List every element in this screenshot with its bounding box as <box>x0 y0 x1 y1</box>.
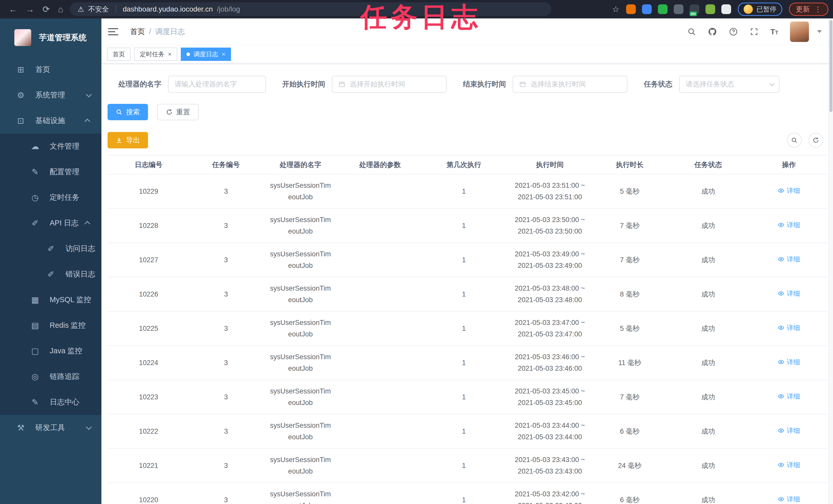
job-status-select[interactable]: 请选择任务状态 <box>679 76 780 93</box>
handler-param-cell <box>338 243 421 277</box>
handler-param-cell <box>338 449 421 483</box>
text-size-icon[interactable]: TT <box>770 27 778 36</box>
profile-paused-pill[interactable]: 已暂停 <box>738 3 782 16</box>
extension-leaf-icon[interactable] <box>706 4 715 14</box>
log-id-cell: 10227 <box>108 243 190 277</box>
handler-name: sysUserSessionTimeoutJob <box>268 351 333 374</box>
handler-name-input[interactable]: 请输入处理器的名字 <box>168 76 266 93</box>
toggle-search-button[interactable] <box>787 133 802 148</box>
sidebar-item-file-management[interactable]: ☁文件管理 <box>0 133 101 159</box>
job-id-cell: 3 <box>190 243 262 277</box>
detail-link[interactable]: 详细 <box>778 288 800 299</box>
help-icon[interactable] <box>729 27 738 36</box>
export-button[interactable]: 导出 <box>108 132 148 148</box>
vertical-scrollbar[interactable] <box>828 19 833 504</box>
user-avatar[interactable] <box>790 22 809 42</box>
log-edit-icon: ✐ <box>46 244 56 254</box>
home-icon[interactable]: ⌂ <box>58 4 64 14</box>
java-screen-icon: ▢ <box>30 346 41 356</box>
github-icon[interactable] <box>708 27 717 36</box>
detail-link[interactable]: 详细 <box>778 185 800 196</box>
tag-home[interactable]: 首页 <box>107 48 130 61</box>
bookmark-star-icon[interactable]: ☆ <box>612 4 619 14</box>
extension-puzzle-icon[interactable] <box>721 4 731 14</box>
job-id-cell: 3 <box>190 174 262 208</box>
tag-job-log[interactable]: 调度日志× <box>181 48 231 61</box>
extension-orange-ring-icon[interactable] <box>626 4 636 14</box>
reset-button[interactable]: 重置 <box>157 104 199 120</box>
sidebar-item-api-log[interactable]: ✐API 日志 <box>0 210 101 236</box>
tag-scheduled-tasks[interactable]: 定时任务× <box>134 48 177 61</box>
operation-cell: 详细 <box>750 311 827 346</box>
detail-link[interactable]: 详细 <box>778 220 800 230</box>
detail-link[interactable]: 详细 <box>778 494 800 504</box>
scrollbar-thumb[interactable] <box>829 20 832 112</box>
refresh-table-button[interactable] <box>808 133 823 148</box>
execute-index-cell: 1 <box>422 380 506 414</box>
sidebar-item-label: 文件管理 <box>50 141 79 151</box>
back-icon[interactable]: ← <box>9 4 18 14</box>
detail-link[interactable]: 详细 <box>778 254 800 265</box>
duration-cell: 6 毫秒 <box>593 414 666 449</box>
log-id-cell: 10224 <box>108 346 190 380</box>
detail-link[interactable]: 详细 <box>778 425 800 436</box>
detail-link[interactable]: 详细 <box>778 391 800 402</box>
sidebar-item-dev-tools[interactable]: ⚒研发工具 <box>0 415 101 440</box>
sidebar-item-infrastructure[interactable]: ⊡基础设施 <box>0 108 101 133</box>
sidebar-item-error-log[interactable]: ✐错误日志 <box>0 261 101 287</box>
sidebar-item-label: 访问日志 <box>66 244 95 254</box>
column-header: 处理器的名字 <box>262 155 338 174</box>
log-id-cell: 10222 <box>108 414 190 449</box>
extension-green-check-icon[interactable] <box>658 4 668 14</box>
sidebar-item-trace[interactable]: ◎链路追踪 <box>0 364 101 389</box>
filter-group-job-status: 任务状态请选择任务状态 <box>644 76 780 93</box>
chevron-down-icon <box>769 81 775 86</box>
fullscreen-icon[interactable] <box>750 27 759 36</box>
filter-form: 处理器的名字请输入处理器的名字开始执行时间选择开始执行时间结束执行时间选择结束执… <box>118 76 827 93</box>
sidebar-item-config-management[interactable]: ✎配置管理 <box>0 159 101 185</box>
close-icon[interactable]: × <box>168 51 171 58</box>
sidebar-item-mysql-monitor[interactable]: ▦MySQL 监控 <box>0 287 101 312</box>
start-time: 2021-05-03 23:50:00 ~ <box>506 214 593 226</box>
menu-fold-icon[interactable] <box>108 28 118 35</box>
page-content: 处理器的名字请输入处理器的名字开始执行时间选择开始执行时间结束执行时间选择结束执… <box>101 64 833 504</box>
sidebar-item-log-center[interactable]: ✎日志中心 <box>0 389 101 415</box>
column-header: 处理器的参数 <box>338 155 421 174</box>
end-time: 2021-05-03 23:48:00 <box>506 294 593 306</box>
begin-time-input[interactable]: 选择开始执行时间 <box>332 76 447 93</box>
reload-icon[interactable]: ⟳ <box>43 4 50 14</box>
chevron-down-icon[interactable] <box>817 30 822 33</box>
sidebar-item-system-management[interactable]: ⚙系统管理 <box>0 82 101 108</box>
browser-update-button[interactable]: 更新 ⋮ <box>789 3 828 16</box>
sidebar-item-access-log[interactable]: ✐访问日志 <box>0 236 101 261</box>
eye-icon <box>778 324 784 331</box>
extension-dark-icon[interactable]: on <box>690 4 699 14</box>
end-time-input[interactable]: 选择结束执行时间 <box>513 76 627 93</box>
sidebar-item-home[interactable]: ⊞首页 <box>0 57 101 82</box>
placeholder-text: 请输入处理器的名字 <box>175 80 237 89</box>
extension-blue-drop-icon[interactable] <box>642 4 652 14</box>
detail-link[interactable]: 详细 <box>778 322 800 333</box>
execute-time-cell: 2021-05-03 23:49:00 ~2021-05-03 23:49:00 <box>506 243 593 277</box>
extension-grid-icon[interactable] <box>674 4 684 14</box>
handler-param-cell <box>338 277 421 311</box>
execute-time-cell: 2021-05-03 23:51:00 ~2021-05-03 23:51:00 <box>506 174 593 208</box>
sidebar-item-scheduled-tasks[interactable]: ◷定时任务 <box>0 185 101 210</box>
close-icon[interactable]: × <box>222 51 225 58</box>
detail-link[interactable]: 详细 <box>778 459 800 471</box>
sidebar-logo-row[interactable]: 芋道管理系统 <box>0 19 101 57</box>
duration-cell: 7 毫秒 <box>593 243 666 277</box>
breadcrumb-home[interactable]: 首页 <box>130 27 145 37</box>
table-row: 102203sysUserSessionTimeoutJob12021-05-0… <box>108 483 827 504</box>
sidebar-item-java-monitor[interactable]: ▢Java 监控 <box>0 338 101 364</box>
handler-param-cell <box>338 483 421 504</box>
forward-icon[interactable]: → <box>26 4 34 14</box>
browser-menu-icon[interactable]: ⋮ <box>814 5 822 14</box>
sidebar-item-redis-monitor[interactable]: ▤Redis 监控 <box>0 312 101 338</box>
operation-cell: 详细 <box>750 277 827 311</box>
status-cell: 成功 <box>666 449 750 483</box>
detail-link[interactable]: 详细 <box>778 357 800 368</box>
search-button[interactable]: 搜索 <box>108 104 148 120</box>
paused-label: 已暂停 <box>757 5 777 14</box>
search-icon[interactable] <box>687 27 696 36</box>
